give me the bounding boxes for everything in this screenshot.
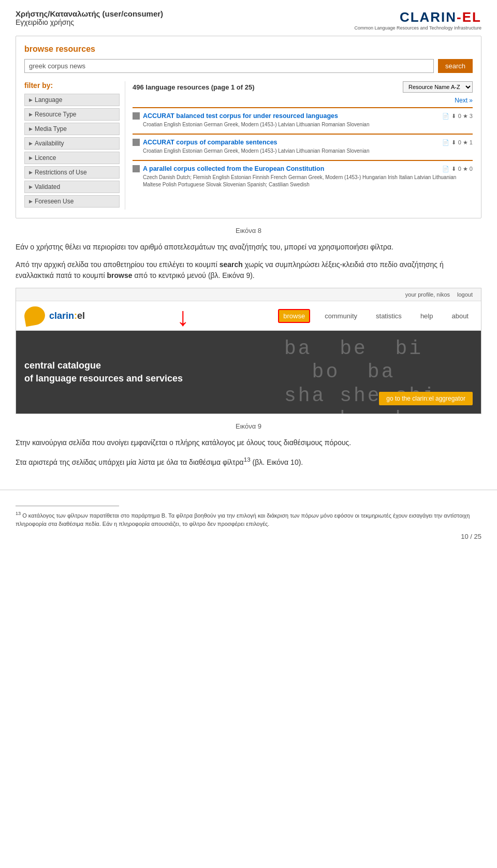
brand-clarin: clarin — [49, 311, 74, 321]
browse-title: browse resources — [24, 45, 473, 54]
page-number: 10 / 25 — [16, 533, 481, 540]
nav-about[interactable]: about — [447, 310, 473, 322]
page-title-line1: Χρήστης/Καταναλωτής (user/consumer) — [16, 9, 163, 18]
filter-panel: filter by: ▶Language ▶Resource Type ▶Med… — [24, 81, 125, 210]
filter-media-type[interactable]: ▶Media Type — [24, 123, 120, 135]
paragraph-4-text: Στα αριστερά της σελίδας υπάρχει μία λίσ… — [16, 458, 244, 466]
resource-icon-doc-3: 📄 — [442, 166, 449, 172]
resource-item-3-header: A parallel corpus collected from the Eur… — [133, 165, 473, 172]
clarin-main-nav: clarin:el browse community statistics he… — [16, 301, 481, 331]
clarin-hero: central catalogue of language resources … — [16, 331, 481, 414]
resource-icon-dl-2: ⬇ — [451, 139, 456, 146]
paragraph-2: Από την αρχική σελίδα του αποθετηρίου το… — [16, 259, 481, 282]
main-content: browse resources search filter by: ▶Lang… — [0, 36, 497, 484]
resource-rating-1: 0 ★ 3 — [458, 113, 473, 120]
nav-browse[interactable]: browse — [278, 309, 310, 323]
footnote-ref-13: 13 — [244, 456, 251, 463]
footnote-13: 13 Ο κατάλογος των φίλτρων παρατίθεται σ… — [16, 510, 481, 528]
paragraph-3: Στην καινούργια σελίδα που ανοίγει εμφαν… — [16, 437, 481, 449]
clarin-bubble-icon — [23, 305, 47, 327]
resource-icon-2 — [133, 139, 140, 146]
resource-meta-icons-3: 📄 ⬇ 0 ★ 0 — [442, 166, 473, 172]
red-arrow-icon: ↓ — [177, 304, 189, 330]
filter-availability[interactable]: ▶Availability — [24, 137, 120, 150]
paragraph-2-text: Από την αρχική σελίδα του αποθετηρίου το… — [16, 260, 444, 280]
browse-body: filter by: ▶Language ▶Resource Type ▶Med… — [24, 81, 473, 210]
nav-community[interactable]: community — [320, 310, 361, 322]
resource-langs-2: Croatian English Estonian German Greek, … — [133, 148, 473, 155]
resource-item-1: ACCURAT balanced test corpus for under r… — [133, 107, 473, 131]
filter-language[interactable]: ▶Language — [24, 94, 120, 106]
paragraph-1: Εάν ο χρήστης θέλει να περιορίσει τον αρ… — [16, 242, 481, 253]
resource-icon-doc-1: 📄 — [442, 113, 449, 120]
clarin-logo: CLARIN-EL Common Language Resources and … — [355, 9, 481, 31]
page-title-block: Χρήστης/Καταναλωτής (user/consumer) Εγχε… — [16, 9, 163, 26]
sort-select[interactable]: Resource Name A-Z — [403, 81, 473, 93]
resource-rating-2: 0 ★ 1 — [458, 139, 473, 146]
clarin-brand-text: clarin:el — [49, 311, 85, 321]
resource-rating-3: 0 ★ 0 — [458, 166, 473, 172]
hero-heading-line2: of language resources and services — [24, 372, 183, 385]
paragraph-4: Στα αριστερά της σελίδας υπάρχει μία λίσ… — [16, 455, 481, 468]
resource-item-1-header: ACCURAT balanced test corpus for under r… — [133, 112, 473, 120]
filter-foreseen-use[interactable]: ▶Foreseen Use — [24, 195, 120, 208]
filter-licence[interactable]: ▶Licence — [24, 152, 120, 164]
page-title-line2: Εγχειρίδιο χρήσης — [16, 18, 163, 26]
resource-icon-dl-1: ⬇ — [451, 113, 456, 120]
resource-meta-icons-2: 📄 ⬇ 0 ★ 1 — [442, 139, 473, 146]
resource-icon-3 — [133, 165, 140, 172]
caption-2: Εικόνα 9 — [16, 422, 481, 430]
filter-validated[interactable]: ▶Validated — [24, 181, 120, 193]
clarin-brand: clarin:el — [24, 306, 85, 325]
search-input[interactable] — [24, 59, 434, 73]
resource-icon-dl-3: ⬇ — [451, 166, 456, 172]
nav-help[interactable]: help — [416, 310, 437, 322]
clarin-logo-text: CLARIN-EL — [400, 9, 481, 25]
resource-title-link-1[interactable]: ACCURAT balanced test corpus for under r… — [143, 112, 338, 120]
paragraph-4-suffix: (βλ. Εικόνα 10). — [251, 458, 303, 466]
resource-langs-3: Czech Danish Dutch; Flemish English Esto… — [133, 174, 473, 188]
profile-text: your profile, nikos — [405, 291, 450, 298]
filter-panel-title: filter by: — [24, 81, 120, 90]
resource-icon-1 — [133, 112, 140, 120]
results-nav[interactable]: Next » — [133, 97, 473, 104]
filter-resource-type[interactable]: ▶Resource Type — [24, 108, 120, 121]
footer-section: 13 Ο κατάλογος των φίλτρων παρατίθεται σ… — [0, 490, 497, 551]
search-button[interactable]: search — [438, 59, 473, 73]
results-count: 496 language resources (page 1 of 25) — [133, 83, 255, 91]
hero-aggregator-button[interactable]: go to the clarin:el aggregator — [379, 392, 473, 405]
resource-title-link-3[interactable]: A parallel corpus collected from the Eur… — [143, 165, 324, 172]
footnote-text: Ο κατάλογος των φίλτρων παρατίθεται στο … — [16, 512, 470, 527]
caption-1: Εικόνα 8 — [16, 227, 481, 234]
results-header: 496 language resources (page 1 of 25) Re… — [133, 81, 473, 93]
footnote-divider — [16, 506, 119, 506]
filter-restrictions-use[interactable]: ▶Restrictions of Use — [24, 166, 120, 179]
resource-item-3: A parallel corpus collected from the Eur… — [133, 160, 473, 192]
footnote-num: 13 — [16, 511, 21, 516]
screenshot-box-1: browse resources search filter by: ▶Lang… — [16, 36, 481, 218]
resource-item-2-header: ACCURAT corpus of comparable sentences 📄… — [133, 139, 473, 146]
resource-langs-1: Croatian English Estonian German Greek, … — [133, 121, 473, 128]
results-panel: 496 language resources (page 1 of 25) Re… — [125, 81, 473, 210]
clarin-logo-subtitle: Common Language Resources and Technology… — [355, 25, 481, 31]
resource-meta-icons-1: 📄 ⬇ 0 ★ 3 — [442, 113, 473, 120]
resource-title-link-2[interactable]: ACCURAT corpus of comparable sentences — [143, 139, 277, 146]
hero-heading-line1: central catalogue — [24, 359, 183, 372]
clarin-nav-links: browse community statistics help about — [278, 309, 473, 323]
resource-item-2: ACCURAT corpus of comparable sentences 📄… — [133, 134, 473, 158]
resource-icon-doc-2: 📄 — [442, 139, 449, 146]
page-header: Χρήστης/Καταναλωτής (user/consumer) Εγχε… — [0, 0, 497, 36]
logout-link[interactable]: logout — [457, 291, 473, 298]
clarin-profile-bar: your profile, nikos logout — [16, 288, 481, 301]
clarin-hero-text: central catalogue of language resources … — [24, 359, 183, 385]
screenshot-box-2: your profile, nikos logout clarin:el bro… — [16, 288, 481, 414]
nav-statistics[interactable]: statistics — [372, 310, 406, 322]
search-bar: search — [24, 59, 473, 73]
